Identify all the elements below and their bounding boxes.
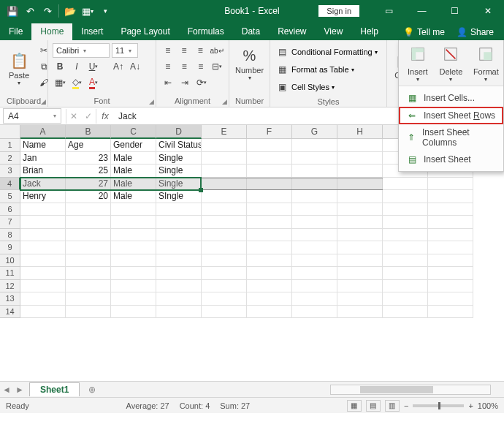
horizontal-scrollbar[interactable]: [330, 385, 491, 395]
cell[interactable]: [111, 306, 156, 319]
cell[interactable]: [247, 165, 292, 178]
cell[interactable]: [292, 280, 337, 293]
row-header[interactable]: 9: [0, 241, 20, 254]
cell[interactable]: [66, 267, 111, 280]
cell[interactable]: [66, 280, 111, 293]
cell[interactable]: [383, 306, 428, 319]
cell[interactable]: [428, 241, 473, 254]
cell[interactable]: [247, 152, 292, 165]
font-size-combo[interactable]: 11▾: [112, 43, 138, 58]
cell[interactable]: [156, 216, 202, 229]
cell[interactable]: Henry: [20, 190, 66, 203]
cell[interactable]: [202, 306, 247, 319]
cell[interactable]: [247, 280, 292, 293]
cell[interactable]: [202, 178, 247, 191]
decrease-font-icon[interactable]: A↓: [128, 59, 142, 74]
cell[interactable]: [202, 152, 247, 165]
cell[interactable]: Male: [111, 190, 156, 203]
cell[interactable]: [247, 190, 292, 203]
cell[interactable]: [156, 203, 202, 216]
zoom-level[interactable]: 100%: [478, 401, 498, 410]
cell[interactable]: [202, 280, 247, 293]
row-header[interactable]: 13: [0, 292, 20, 306]
cell[interactable]: [428, 306, 473, 319]
cell[interactable]: Jack: [20, 178, 66, 191]
dialog-launcher-icon[interactable]: ◢: [41, 98, 46, 105]
add-sheet-icon[interactable]: ⊕: [84, 385, 100, 395]
cell[interactable]: [292, 306, 337, 319]
cell[interactable]: [337, 306, 383, 319]
cell[interactable]: [247, 241, 292, 254]
cell[interactable]: [156, 254, 202, 268]
cell[interactable]: Brian: [20, 165, 66, 178]
row-header[interactable]: 7: [0, 216, 20, 229]
tab-help[interactable]: Help: [351, 23, 387, 40]
cell[interactable]: [337, 267, 383, 280]
cell[interactable]: [337, 241, 383, 254]
zoom-in-icon[interactable]: +: [468, 401, 473, 410]
cell[interactable]: [156, 267, 202, 280]
cell[interactable]: [20, 292, 66, 306]
fx-icon[interactable]: fx: [96, 111, 114, 121]
cell[interactable]: [428, 216, 473, 229]
align-top-icon[interactable]: ≡: [161, 43, 175, 58]
column-header[interactable]: D: [156, 125, 202, 139]
cell[interactable]: [428, 254, 473, 268]
cell[interactable]: [20, 229, 66, 242]
cell[interactable]: [383, 190, 428, 203]
tab-data[interactable]: Data: [233, 23, 269, 40]
sheet-tab[interactable]: Sheet1: [29, 382, 80, 396]
cell[interactable]: [247, 216, 292, 229]
page-break-view-icon[interactable]: ▥: [385, 400, 400, 412]
increase-font-icon[interactable]: A↑: [111, 59, 126, 74]
maximize-icon[interactable]: ☐: [438, 0, 471, 22]
zoom-out-icon[interactable]: −: [404, 401, 408, 410]
save-icon[interactable]: 💾: [4, 3, 20, 19]
sheet-nav-prev-icon[interactable]: ◄: [0, 385, 13, 395]
cancel-fx-icon[interactable]: ✕: [66, 109, 81, 124]
conditional-formatting-button[interactable]: ▤Conditional Formatting▾: [275, 45, 382, 59]
cell[interactable]: [337, 139, 383, 152]
cell[interactable]: [66, 216, 111, 229]
cell[interactable]: [337, 178, 383, 191]
cell[interactable]: 23: [66, 152, 111, 165]
align-center-icon[interactable]: ≡: [177, 59, 192, 74]
cell[interactable]: [111, 267, 156, 280]
row-header[interactable]: 2: [0, 152, 20, 165]
dialog-launcher-icon[interactable]: ◢: [149, 98, 154, 105]
cell[interactable]: [383, 254, 428, 268]
share-button[interactable]: 👤Share: [452, 24, 498, 40]
cell[interactable]: [292, 178, 337, 191]
cell[interactable]: [247, 178, 292, 191]
italic-button[interactable]: I: [69, 59, 84, 74]
cell[interactable]: [202, 139, 247, 152]
cell[interactable]: Age: [66, 139, 111, 152]
row-header[interactable]: 4: [0, 178, 20, 191]
cell[interactable]: [383, 241, 428, 254]
sign-in-button[interactable]: Sign in: [318, 5, 359, 17]
undo-icon[interactable]: ↶: [22, 3, 38, 19]
cell[interactable]: [111, 216, 156, 229]
cell[interactable]: [202, 203, 247, 216]
page-layout-view-icon[interactable]: ▤: [366, 400, 381, 412]
column-header[interactable]: E: [202, 125, 247, 139]
cell[interactable]: 25: [66, 165, 111, 178]
cell[interactable]: [428, 190, 473, 203]
cell[interactable]: [428, 203, 473, 216]
cell[interactable]: [337, 254, 383, 268]
zoom-slider[interactable]: [413, 404, 464, 407]
cell[interactable]: [247, 267, 292, 280]
tab-insert[interactable]: Insert: [72, 23, 112, 40]
cell[interactable]: [383, 280, 428, 293]
menu-insert-sheet-columns[interactable]: ⇑Insert Sheet Columns: [399, 124, 503, 151]
cell[interactable]: Single: [156, 165, 202, 178]
cell[interactable]: [202, 241, 247, 254]
row-header[interactable]: 6: [0, 203, 20, 216]
increase-indent-icon[interactable]: ⇥: [177, 75, 192, 90]
row-header[interactable]: 10: [0, 254, 20, 268]
bold-button[interactable]: B: [53, 59, 67, 74]
wrap-text-icon[interactable]: ab↵: [210, 43, 224, 58]
cell[interactable]: [111, 280, 156, 293]
cell[interactable]: [247, 306, 292, 319]
cell[interactable]: [247, 203, 292, 216]
